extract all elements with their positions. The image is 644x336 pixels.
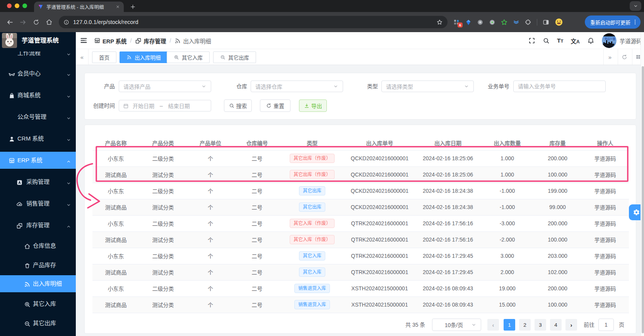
home-button[interactable]: [43, 15, 56, 29]
address-bar[interactable]: 127.0.0.1/erp/stock/record: [59, 16, 448, 28]
page-button-4[interactable]: 4: [550, 319, 562, 331]
sidebar-item-member-center[interactable]: 会员中心: [0, 65, 76, 82]
browser-tab[interactable]: 芋道管理系统 - 出入库明细: [34, 2, 124, 12]
sidebar-item-mp-manage[interactable]: 公众号管理: [0, 108, 76, 125]
date-range-picker[interactable]: 开始日期 – 结束日期: [119, 100, 211, 111]
table-row[interactable]: 小东东二级分类个二号其它入库（作废）QTRK202402160000012024…: [92, 215, 629, 231]
browser-menu-icon[interactable]: [632, 19, 638, 25]
extension-layers[interactable]: [513, 19, 519, 26]
column-header[interactable]: 出入库日期: [415, 135, 481, 150]
column-header[interactable]: 类型: [280, 135, 344, 150]
warehouse-label: 仓库: [232, 81, 247, 92]
tag-other-out[interactable]: 其它出库: [213, 51, 256, 63]
extension-circle-asterisk[interactable]: [477, 19, 483, 26]
page-button-2[interactable]: 2: [519, 319, 531, 331]
search-button[interactable]: 搜索: [224, 99, 252, 112]
prev-page-button[interactable]: ‹: [487, 319, 499, 331]
sidebar-item-stock-manage[interactable]: 库存管理: [0, 217, 76, 234]
column-header[interactable]: 产品单位: [187, 135, 234, 150]
page-button-3[interactable]: 3: [535, 319, 546, 331]
side-panel-button[interactable]: [543, 19, 549, 26]
fullscreen-button[interactable]: [528, 37, 535, 45]
collapse-menu-button[interactable]: [80, 36, 88, 45]
export-button[interactable]: 导出: [299, 99, 327, 112]
column-header[interactable]: 出入库单号: [344, 135, 415, 150]
sidebar-item-erp-system[interactable]: ERP 系统: [0, 152, 76, 169]
tags-refresh-button[interactable]: [618, 49, 630, 65]
goto-page-input[interactable]: [598, 319, 614, 331]
tag-other-in[interactable]: 其它入库: [167, 51, 210, 63]
scrollbar-thumb[interactable]: [642, 66, 644, 333]
search-button[interactable]: [543, 37, 550, 45]
page-scrollbar[interactable]: [641, 32, 644, 336]
table-row[interactable]: 小东东二级分类个二号其它出库QCKD202402160000012024-02-…: [92, 183, 629, 199]
table-row[interactable]: 测试商品测试分类个二号其它出库（作废）QCKD20240216000001202…: [92, 166, 629, 183]
reload-button[interactable]: [29, 15, 43, 29]
extension-star[interactable]: [501, 19, 507, 26]
chevron-down-icon: [66, 202, 71, 207]
locale-button[interactable]: 文A: [571, 37, 580, 45]
forward-button[interactable]: [16, 15, 29, 29]
back-button[interactable]: [3, 15, 16, 29]
tag-home[interactable]: 首页: [92, 51, 116, 63]
sidebar-item-other-out[interactable]: 其它出库: [0, 315, 76, 332]
table-row[interactable]: 测试商品测试分类个二号其它入库（作废）QTRK20240216000001202…: [92, 231, 629, 248]
table-row[interactable]: 小东东二级分类个二号其它出库（作废）QCKD202402160000012024…: [92, 150, 629, 166]
traffic-light-minimize[interactable]: [15, 3, 19, 8]
tags-scroll-right-button[interactable]: »: [603, 49, 616, 65]
sidebar-item-stock-record[interactable]: 出入库明细: [0, 275, 76, 292]
page-size-select[interactable]: 10条/页: [432, 319, 481, 331]
new-tab-icon[interactable]: [130, 4, 136, 10]
profile-avatar[interactable]: [555, 18, 563, 26]
sidebar-logo[interactable]: 芋道管理系统: [0, 32, 76, 51]
column-header[interactable]: 库存量: [534, 135, 581, 150]
sidebar: 工作流程 会员中心 商城系统 公众号管理 CRM 系统 ERP 系统 采购管理 …: [0, 32, 76, 336]
tab-close-icon[interactable]: [116, 5, 120, 9]
sidebar-item-purchase-manage[interactable]: 采购管理: [0, 173, 76, 190]
column-header[interactable]: 产品名称: [92, 135, 139, 150]
type-select[interactable]: 请选择类型: [381, 81, 474, 92]
bookmark-star-icon[interactable]: [436, 19, 443, 26]
sidebar-item-mall-system[interactable]: 商城系统: [0, 87, 76, 104]
product-label: 产品: [99, 81, 115, 92]
breadcrumb-item-stock[interactable]: 库存管理: [135, 37, 166, 45]
site-info-icon[interactable]: [63, 19, 69, 25]
extensions-menu-button[interactable]: [525, 19, 531, 26]
table-row[interactable]: 小东东二级分类个二号销售退货入库XSTH202402150000012024-0…: [92, 280, 629, 297]
update-chrome-button[interactable]: 重新启动即可更新: [585, 15, 641, 29]
user-avatar[interactable]: 文心一言: [602, 33, 617, 48]
product-select[interactable]: 请选择产品: [119, 81, 211, 92]
table-row[interactable]: 小东东二级分类个二号其它入库QTRK202402160000012024-02-…: [92, 248, 629, 264]
tags-scroll-left-button[interactable]: «: [76, 49, 89, 65]
sidebar-item-warehouse-info[interactable]: 仓库信息: [0, 237, 76, 254]
breadcrumb-item-erp[interactable]: ERP 系统: [94, 37, 127, 45]
column-header[interactable]: 产品分类: [139, 135, 187, 150]
sidebar-item-crm-system[interactable]: CRM 系统: [0, 130, 76, 147]
sidebar-item-product-stock[interactable]: 产品库存: [0, 257, 76, 274]
window-chevron-button[interactable]: [630, 1, 641, 11]
next-page-button[interactable]: ›: [565, 319, 577, 331]
gear-icon: [633, 209, 640, 216]
sidebar-item-sales-manage[interactable]: 销售管理: [0, 195, 76, 212]
table-row[interactable]: 测试商品测试分类个二号其它入库QTRK202402160000012024-02…: [92, 264, 629, 280]
reset-button[interactable]: 重置: [260, 99, 290, 112]
page-button-1[interactable]: 1: [504, 319, 515, 331]
font-size-button[interactable]: TT: [557, 37, 564, 44]
table-row[interactable]: 测试商品测试分类个二号其它出库QCKD202402160000012024-02…: [92, 199, 629, 215]
table-row[interactable]: 测试商品测试分类个二号销售退货入库XSTH202402150000012024-…: [92, 297, 629, 313]
column-header[interactable]: 出入库数量: [481, 135, 534, 150]
tag-stock-record[interactable]: 出入库明细: [120, 51, 168, 63]
extension-gem[interactable]: [465, 19, 471, 26]
extension-squares[interactable]: 6: [453, 19, 460, 26]
warehouse-select[interactable]: 请选择仓库: [251, 81, 343, 92]
column-header[interactable]: 操作人: [581, 135, 629, 150]
bizno-input[interactable]: [513, 81, 606, 92]
traffic-light-zoom[interactable]: [22, 3, 27, 8]
cell-date: 2024-02-16 17:29:45: [415, 264, 481, 280]
traffic-light-close[interactable]: [7, 3, 12, 8]
notification-button[interactable]: [587, 37, 594, 44]
column-header[interactable]: 仓库编号: [234, 135, 280, 150]
extension-circle-dot[interactable]: [489, 19, 495, 26]
cell-stock: 199.000: [534, 183, 581, 199]
sidebar-item-other-in[interactable]: 其它入库: [0, 295, 76, 312]
